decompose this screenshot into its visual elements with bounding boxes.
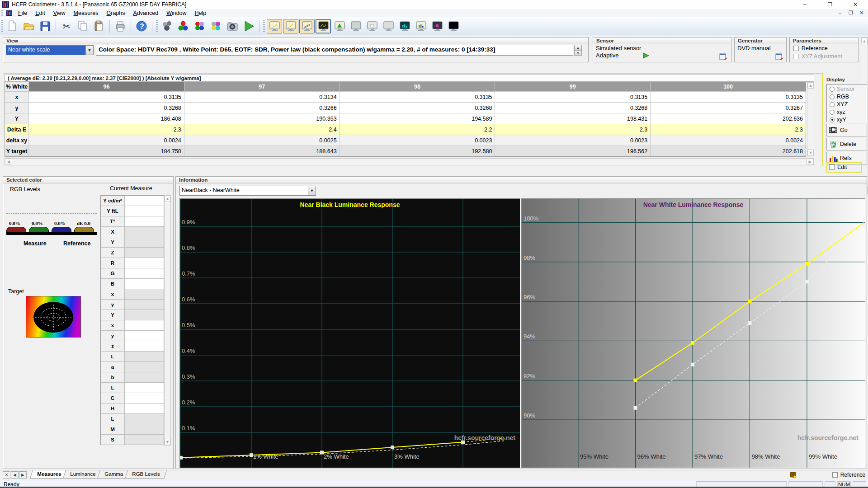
- scale-select[interactable]: Near white scale ▼: [6, 45, 94, 55]
- menu-edit[interactable]: Edit: [31, 9, 49, 17]
- tab-prev-icon[interactable]: ◀: [11, 471, 19, 479]
- help-icon[interactable]: ?: [134, 19, 149, 33]
- generator-config-icon[interactable]: [775, 53, 784, 61]
- view-toggle-5[interactable]: [332, 19, 347, 33]
- view-toggle-1[interactable]: [267, 19, 282, 33]
- table-cell[interactable]: 2.2: [340, 124, 495, 135]
- scroll-up-icon[interactable]: ▲: [165, 196, 170, 202]
- column-header[interactable]: 99: [495, 82, 650, 91]
- table-cell[interactable]: 0.3135: [495, 92, 650, 102]
- edit-checkbox[interactable]: [829, 164, 835, 170]
- table-cell[interactable]: 196.562: [495, 146, 650, 156]
- scroll-left-icon[interactable]: ◀: [5, 159, 12, 165]
- table-hscrollbar[interactable]: ◀ ▶: [5, 158, 814, 165]
- run-measures-icon[interactable]: [241, 19, 256, 33]
- chevron-down-icon[interactable]: ▼: [85, 46, 93, 55]
- spin-up-icon[interactable]: ▲: [574, 45, 582, 50]
- sensor-rgb3-icon[interactable]: [208, 19, 224, 33]
- table-cell[interactable]: 2.3: [651, 124, 806, 135]
- table-cell[interactable]: 0.3135: [340, 92, 495, 102]
- table-cell[interactable]: 0.0024: [29, 135, 184, 145]
- table-cell[interactable]: 194.589: [340, 113, 495, 124]
- table-cell[interactable]: 0.3266: [184, 103, 340, 113]
- column-header[interactable]: 100: [651, 82, 806, 91]
- tab-measures[interactable]: Measures: [30, 470, 68, 479]
- sensor-gray-icon[interactable]: [160, 19, 175, 33]
- tab-luminance[interactable]: Luminance: [63, 470, 103, 479]
- radio-icon[interactable]: [830, 117, 835, 122]
- go-button[interactable]: Go: [826, 124, 867, 136]
- column-header[interactable]: 97: [184, 82, 340, 91]
- radio-icon[interactable]: [830, 87, 835, 92]
- info-spinner[interactable]: ▲ ▼: [574, 45, 582, 56]
- table-cell[interactable]: 186.408: [29, 113, 184, 124]
- new-document-icon[interactable]: [5, 19, 20, 33]
- display-option-xyz[interactable]: xyz: [830, 109, 867, 115]
- menu-view[interactable]: View: [49, 9, 70, 17]
- menu-help[interactable]: Help: [191, 9, 211, 17]
- reference-checkbox[interactable]: [793, 46, 799, 51]
- view-toggle-9[interactable]: [397, 19, 412, 33]
- display-option-XYZ[interactable]: XYZ: [830, 101, 867, 108]
- table-vscrollbar[interactable]: ▲ ▼: [807, 82, 814, 156]
- mdi-restore-icon[interactable]: ❐: [845, 9, 856, 17]
- mdi-close-icon[interactable]: ✕: [856, 9, 867, 17]
- table-cell[interactable]: 0.3267: [651, 103, 806, 113]
- paste-icon[interactable]: [91, 19, 107, 33]
- scroll-up-icon[interactable]: ▲: [861, 38, 868, 44]
- table-cell[interactable]: 0.3268: [29, 103, 184, 113]
- table-cell[interactable]: 2.3: [29, 124, 184, 135]
- display-option-xyY[interactable]: xyY: [830, 117, 867, 123]
- menu-measures[interactable]: Measures: [70, 9, 103, 17]
- camera-icon[interactable]: [225, 19, 240, 33]
- information-select[interactable]: NearBlack - NearWhite ▼: [179, 186, 316, 196]
- tab-next-icon[interactable]: ▶: [19, 471, 27, 479]
- menu-advanced[interactable]: Advanced: [129, 9, 163, 17]
- chevron-down-icon[interactable]: ▼: [308, 186, 316, 195]
- view-toggle-6[interactable]: [348, 19, 363, 33]
- table-cell[interactable]: 0.3268: [340, 103, 495, 113]
- table-cell[interactable]: 2.4: [184, 124, 340, 135]
- minimize-button[interactable]: –: [792, 0, 817, 9]
- table-cell[interactable]: 0.3135: [29, 92, 184, 102]
- restore-button[interactable]: ❐: [817, 0, 843, 9]
- table-cell[interactable]: 0.3135: [651, 92, 806, 102]
- sensor-config-icon[interactable]: [719, 53, 728, 61]
- scroll-up-icon[interactable]: ▲: [807, 82, 814, 89]
- close-button[interactable]: ✕: [843, 0, 868, 9]
- table-cell[interactable]: 192.580: [340, 146, 495, 156]
- view-toggle-4[interactable]: [316, 19, 331, 33]
- xyz-adjustment-checkbox[interactable]: [793, 54, 799, 59]
- column-header[interactable]: 96: [29, 82, 184, 91]
- table-cell[interactable]: 190.353: [184, 113, 340, 124]
- save-icon[interactable]: [38, 19, 53, 33]
- sensor-rgb-icon[interactable]: [176, 19, 191, 33]
- table-cell[interactable]: 0.0024: [651, 135, 806, 145]
- table-cell[interactable]: 188.643: [184, 146, 340, 156]
- open-file-icon[interactable]: [21, 19, 37, 33]
- view-toggle-8[interactable]: [381, 19, 396, 33]
- radio-icon[interactable]: [830, 94, 835, 99]
- copy-icon[interactable]: [75, 19, 90, 33]
- scroll-right-icon[interactable]: ▶: [807, 159, 814, 165]
- measure-scrollbar[interactable]: ▲ ▼: [164, 195, 171, 446]
- view-toggle-7[interactable]: [364, 19, 380, 33]
- radio-icon[interactable]: [830, 102, 835, 107]
- table-cell[interactable]: 0.0023: [495, 135, 650, 145]
- edit-toggle[interactable]: Edit: [826, 162, 862, 173]
- table-cell[interactable]: 0.3134: [184, 92, 340, 102]
- table-cell[interactable]: 184.750: [29, 146, 184, 156]
- table-cell[interactable]: 0.0023: [340, 135, 495, 145]
- print-icon[interactable]: [113, 19, 128, 33]
- view-toggle-2[interactable]: [283, 19, 298, 33]
- view-toggle-3[interactable]: [299, 19, 315, 33]
- tab-close-icon[interactable]: ✕: [3, 471, 10, 479]
- delete-button[interactable]: Delete: [826, 138, 867, 150]
- menu-graphs[interactable]: Graphs: [103, 9, 129, 17]
- display-option-Sensor[interactable]: Sensor: [830, 86, 867, 92]
- menu-file[interactable]: File: [14, 9, 31, 17]
- view-toggle-10[interactable]: [413, 19, 429, 33]
- scroll-down-icon[interactable]: ▼: [165, 439, 170, 445]
- table-cell[interactable]: 202.618: [651, 146, 806, 156]
- table-cell[interactable]: 2.3: [495, 124, 650, 135]
